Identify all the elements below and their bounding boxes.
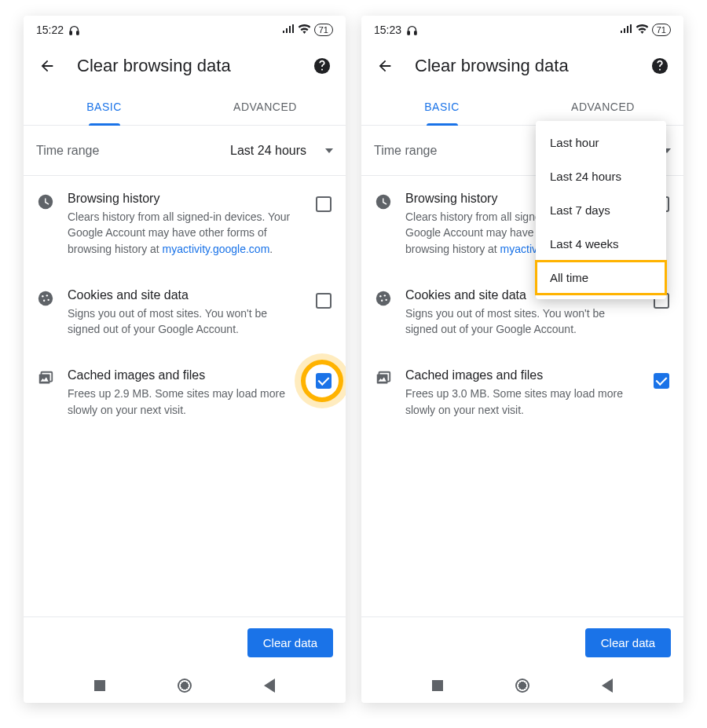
nav-back[interactable] xyxy=(599,677,616,694)
myactivity-link[interactable]: myactivity.google.com xyxy=(163,243,270,255)
content-area: Time range Last 24 hours Browsing histor… xyxy=(24,126,346,668)
battery-indicator: 71 xyxy=(652,24,671,36)
cookie-icon xyxy=(36,290,55,307)
battery-indicator: 71 xyxy=(314,24,333,36)
dropdown-option-alltime[interactable]: All time xyxy=(536,261,666,294)
help-button[interactable] xyxy=(308,52,336,80)
options-list: Browsing history Clears history from all… xyxy=(24,176,346,434)
app-header: Clear browsing data xyxy=(24,44,346,88)
image-icon xyxy=(36,370,55,387)
row-title: Browsing history xyxy=(68,192,302,206)
cookie-icon xyxy=(374,290,393,307)
svg-point-6 xyxy=(46,294,48,296)
android-navbar xyxy=(24,668,346,703)
clear-data-button[interactable]: Clear data xyxy=(247,628,333,657)
checkbox-cache[interactable] xyxy=(654,373,669,389)
wifi-icon xyxy=(636,24,649,36)
row-desc: Frees up 3.0 MB. Some sites may load mor… xyxy=(405,386,639,418)
clear-data-button[interactable]: Clear data xyxy=(585,628,671,657)
checkbox-history[interactable] xyxy=(316,196,332,212)
row-cookies[interactable]: Cookies and site data Signs you out of m… xyxy=(24,273,346,353)
svg-point-5 xyxy=(42,295,43,297)
wifi-icon xyxy=(298,24,311,36)
tab-basic[interactable]: BASIC xyxy=(361,88,522,125)
timerange-dropdown: Last hour Last 24 hours Last 7 days Last… xyxy=(536,121,666,299)
row-desc: Signs you out of most sites. You won't b… xyxy=(68,305,302,338)
nav-home[interactable] xyxy=(514,677,531,694)
svg-point-15 xyxy=(376,291,390,305)
svg-point-19 xyxy=(385,299,386,301)
dropdown-arrow-icon xyxy=(325,148,333,153)
dropdown-option[interactable]: Last 24 hours xyxy=(536,159,666,193)
svg-point-4 xyxy=(38,291,53,305)
back-button[interactable] xyxy=(33,52,61,80)
svg-point-8 xyxy=(47,299,49,301)
phone-screen-right: 15:23 71 Clear browsing data BASIC ADVAN… xyxy=(361,16,683,703)
help-button[interactable] xyxy=(646,52,674,80)
dropdown-option[interactable]: Last 7 days xyxy=(536,193,666,227)
signal-icon xyxy=(282,24,295,36)
timerange-selector[interactable]: Time range Last hour Last 24 hours Last … xyxy=(361,126,683,176)
content-area: Time range Last hour Last 24 hours Last … xyxy=(361,126,683,668)
nav-recent[interactable] xyxy=(91,677,108,694)
tab-advanced[interactable]: ADVANCED xyxy=(185,88,346,125)
tabs: BASIC ADVANCED xyxy=(361,88,683,126)
clock-icon xyxy=(36,193,55,210)
status-time: 15:23 xyxy=(374,24,401,36)
page-title: Clear browsing data xyxy=(77,56,292,76)
nav-back[interactable] xyxy=(261,677,278,694)
svg-point-17 xyxy=(384,294,386,296)
status-bar: 15:22 71 xyxy=(24,16,346,44)
headphones-icon xyxy=(406,24,418,36)
clock-icon xyxy=(374,193,393,210)
signal-icon xyxy=(620,24,632,36)
tab-advanced[interactable]: ADVANCED xyxy=(522,88,683,125)
phone-screen-left: 15:22 71 Clear browsing data BASIC ADVAN… xyxy=(24,16,346,703)
nav-recent[interactable] xyxy=(429,677,446,694)
timerange-value: Last 24 hours xyxy=(108,144,306,158)
row-title: Cached images and files xyxy=(68,368,302,382)
status-bar: 15:23 71 xyxy=(361,16,683,44)
page-title: Clear browsing data xyxy=(415,56,630,76)
headphones-icon xyxy=(68,24,80,36)
svg-point-16 xyxy=(379,295,381,297)
svg-rect-11 xyxy=(408,31,410,34)
checkbox-cookies[interactable] xyxy=(316,293,332,309)
row-cache[interactable]: Cached images and files Frees up 2.9 MB.… xyxy=(24,353,346,434)
nav-home[interactable] xyxy=(176,677,193,694)
row-desc: Frees up 2.9 MB. Some sites may load mor… xyxy=(68,386,302,418)
tab-basic[interactable]: BASIC xyxy=(24,88,185,125)
timerange-selector[interactable]: Time range Last 24 hours xyxy=(24,126,346,176)
svg-rect-0 xyxy=(70,31,72,34)
footer: Clear data xyxy=(361,616,683,668)
android-navbar xyxy=(361,668,683,703)
dropdown-option[interactable]: Last 4 weeks xyxy=(536,227,666,261)
timerange-label: Time range xyxy=(36,144,99,158)
svg-rect-12 xyxy=(415,31,417,34)
footer: Clear data xyxy=(24,616,346,668)
row-title: Cached images and files xyxy=(405,368,639,382)
timerange-label: Time range xyxy=(374,144,437,158)
app-header: Clear browsing data xyxy=(361,44,683,88)
row-desc: Signs you out of most sites. You won't b… xyxy=(405,305,639,338)
tabs: BASIC ADVANCED xyxy=(24,88,346,126)
dropdown-option[interactable]: Last hour xyxy=(536,126,666,159)
svg-point-18 xyxy=(381,299,383,301)
svg-rect-1 xyxy=(77,31,79,34)
status-time: 15:22 xyxy=(36,24,64,36)
row-title: Cookies and site data xyxy=(68,288,302,302)
back-button[interactable] xyxy=(371,52,399,80)
checkbox-cache[interactable] xyxy=(316,373,332,389)
row-browsing-history[interactable]: Browsing history Clears history from all… xyxy=(24,176,346,273)
row-desc: Clears history from all signed-in device… xyxy=(68,209,302,257)
svg-point-7 xyxy=(43,299,45,301)
image-icon xyxy=(374,370,393,387)
row-cache[interactable]: Cached images and files Frees up 3.0 MB.… xyxy=(361,353,683,434)
